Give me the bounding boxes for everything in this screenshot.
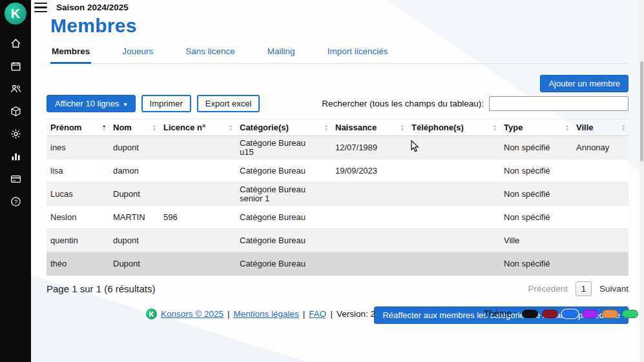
- cell-ville: [572, 206, 628, 229]
- theme-swatch-blue[interactable]: [562, 310, 578, 318]
- cell-prenom: théo: [47, 252, 109, 276]
- next-page-button[interactable]: Suivant: [599, 284, 628, 294]
- sort-icon: ▴▾: [622, 124, 625, 131]
- menu-hamburger-icon[interactable]: [34, 3, 47, 12]
- footer-logo: K: [146, 308, 157, 319]
- cell-licence: [160, 183, 236, 206]
- page-title: Membres: [50, 15, 644, 37]
- cell-nom: dupont: [109, 136, 160, 159]
- cell-type: Ville: [500, 229, 572, 252]
- print-button[interactable]: Imprimer: [141, 95, 191, 112]
- cell-licence: [160, 136, 236, 159]
- tab-joueurs[interactable]: Joueurs: [121, 46, 154, 63]
- search-input[interactable]: [489, 96, 628, 111]
- column-header-licence[interactable]: Licence n°▴▾: [160, 119, 236, 136]
- current-page-button[interactable]: 1: [576, 281, 592, 296]
- column-header-type[interactable]: Type▴▾: [500, 119, 572, 136]
- cell-ville: [572, 183, 628, 206]
- billing-icon[interactable]: [10, 173, 21, 185]
- home-icon[interactable]: [10, 37, 21, 49]
- tab-membres[interactable]: Membres: [50, 46, 91, 64]
- stats-icon[interactable]: [10, 150, 21, 162]
- sort-icon: ▴▾: [229, 124, 232, 131]
- separator: |: [227, 309, 230, 319]
- cell-prenom: quentin: [47, 229, 109, 252]
- vertical-scrollbar[interactable]: [639, 0, 644, 362]
- cell-categories: Catégorie Bureau: [236, 159, 331, 183]
- theme-swatch-darkred[interactable]: [542, 310, 558, 318]
- cell-categories: Catégorie Bureau: [236, 206, 331, 229]
- cell-categories: Catégorie Bureau: [236, 229, 331, 252]
- table-row[interactable]: quentin dupont Catégorie Bureau Ville: [47, 229, 628, 252]
- cell-prenom: Neslon: [47, 206, 109, 229]
- theme-swatch-orange[interactable]: [602, 310, 618, 318]
- cell-prenom: Lucas: [47, 183, 109, 206]
- cell-licence: [160, 159, 236, 183]
- theme-swatch-purple[interactable]: [582, 310, 598, 318]
- previous-page-button[interactable]: Précedent: [528, 284, 568, 294]
- column-header-telephones[interactable]: Téléphone(s)▴▾: [408, 119, 500, 136]
- help-icon[interactable]: ?: [10, 196, 21, 207]
- export-excel-button[interactable]: Export excel: [197, 95, 260, 112]
- sort-icon: ▴▾: [493, 124, 496, 131]
- cell-categories: Catégorie Bureau senior 1: [236, 183, 331, 206]
- tab-import-licencies[interactable]: Import licenciés: [326, 46, 390, 63]
- show-lines-dropdown[interactable]: Afficher 10 lignes▾: [47, 95, 136, 112]
- footer-brand-link[interactable]: Konsors © 2025: [161, 309, 223, 319]
- theme-label: Thème :: [484, 308, 517, 319]
- search-label: Rechercher (tous les champs du tableau):: [322, 99, 484, 108]
- version-label: Version: 2: [337, 309, 375, 319]
- settings-icon[interactable]: [10, 128, 21, 139]
- tab-mailing[interactable]: Mailing: [266, 46, 296, 63]
- sort-icon: ▴▾: [566, 124, 568, 131]
- calendar-icon[interactable]: [10, 60, 21, 72]
- cell-telephone: [408, 229, 500, 252]
- cell-type: Non spécifié: [500, 252, 572, 276]
- column-header-ville[interactable]: Ville▴▾: [572, 119, 628, 136]
- results-summary: Page 1 sur 1 (6 résultats): [47, 283, 155, 294]
- tab-sans-licence[interactable]: Sans licence: [184, 46, 236, 63]
- cell-ville: [572, 229, 628, 252]
- column-header-nom[interactable]: Nom▴▾: [109, 119, 160, 136]
- table-row[interactable]: Neslon MARTIN 596 Catégorie Bureau Non s…: [47, 206, 628, 229]
- app-logo[interactable]: K: [5, 3, 26, 25]
- table-row[interactable]: ines dupont Catégorie Bureau u15 12/07/1…: [47, 136, 628, 159]
- legal-link[interactable]: Mentions légales: [234, 309, 299, 319]
- sort-icon: ▴▾: [103, 124, 105, 131]
- members-icon[interactable]: [10, 83, 21, 94]
- cell-nom: Dupont: [109, 252, 160, 276]
- theme-swatch-green[interactable]: [622, 310, 638, 318]
- table-row[interactable]: lisa damon Catégorie Bureau 19/09/2023 N…: [47, 159, 628, 183]
- caret-down-icon: ▾: [124, 101, 127, 108]
- scrollbar-thumb[interactable]: [640, 61, 643, 161]
- cell-naissance: [331, 252, 408, 276]
- column-header-naissance[interactable]: Naissance▴▾: [331, 119, 408, 136]
- column-header-prenom[interactable]: Prénom▴▾: [47, 119, 109, 136]
- table-row[interactable]: Lucas Dupont Catégorie Bureau senior 1 N…: [47, 183, 628, 206]
- column-header-categories[interactable]: Catégorie(s)▴▾: [236, 119, 331, 136]
- cell-ville: Annonay: [572, 136, 628, 159]
- cell-nom: MARTIN: [109, 206, 160, 229]
- separator: |: [330, 309, 333, 319]
- table-row[interactable]: théo Dupont Catégorie Bureau Non spécifi…: [47, 252, 628, 276]
- table-header-row: Prénom▴▾ Nom▴▾ Licence n°▴▾ Catégorie(s)…: [47, 119, 628, 136]
- theme-swatch-black[interactable]: [522, 310, 538, 318]
- footer: K Konsors © 2025 | Mentions légales | FA…: [31, 305, 644, 324]
- cell-ville: [572, 252, 628, 276]
- add-member-button[interactable]: Ajouter un membre: [540, 75, 628, 92]
- sort-icon: ▴▾: [325, 124, 327, 131]
- equipment-icon[interactable]: [10, 105, 21, 117]
- cell-telephone: [408, 136, 500, 159]
- cell-categories: Catégorie Bureau u15: [236, 136, 331, 159]
- cell-type: Non spécifié: [500, 206, 572, 229]
- sidebar: K ?: [0, 0, 31, 362]
- cell-telephone: [408, 183, 500, 206]
- members-table: Prénom▴▾ Nom▴▾ Licence n°▴▾ Catégorie(s)…: [47, 119, 628, 276]
- cell-type: Non spécifié: [500, 183, 572, 206]
- faq-link[interactable]: FAQ: [309, 309, 326, 319]
- app-window: K ?: [0, 0, 644, 362]
- cell-naissance: [331, 183, 408, 206]
- cell-categories: Catégorie Bureau: [236, 252, 331, 276]
- sort-icon: ▴▾: [153, 124, 156, 131]
- cell-prenom: lisa: [47, 159, 109, 183]
